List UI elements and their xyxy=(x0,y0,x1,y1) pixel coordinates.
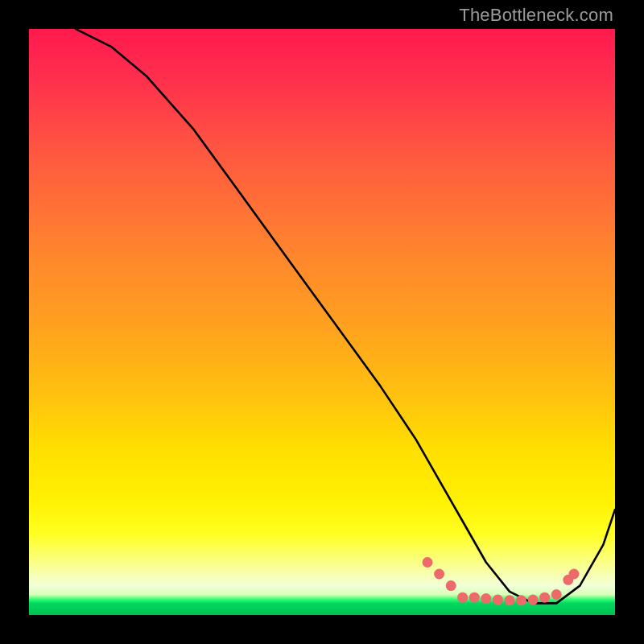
svg-point-0 xyxy=(423,557,433,568)
svg-point-5 xyxy=(481,593,491,604)
svg-point-11 xyxy=(551,589,562,600)
chart-plot-area xyxy=(29,29,615,615)
chart-svg xyxy=(29,29,615,615)
svg-point-10 xyxy=(539,592,550,603)
watermark-text: TheBottleneck.com xyxy=(459,5,613,26)
svg-point-2 xyxy=(446,580,456,591)
curve-line xyxy=(76,29,615,603)
svg-point-13 xyxy=(569,569,580,580)
svg-point-7 xyxy=(505,595,515,605)
svg-point-3 xyxy=(457,592,468,603)
svg-point-6 xyxy=(493,595,503,605)
svg-point-9 xyxy=(528,595,539,605)
svg-point-1 xyxy=(434,569,444,580)
svg-point-4 xyxy=(469,592,480,603)
svg-point-8 xyxy=(516,595,526,605)
